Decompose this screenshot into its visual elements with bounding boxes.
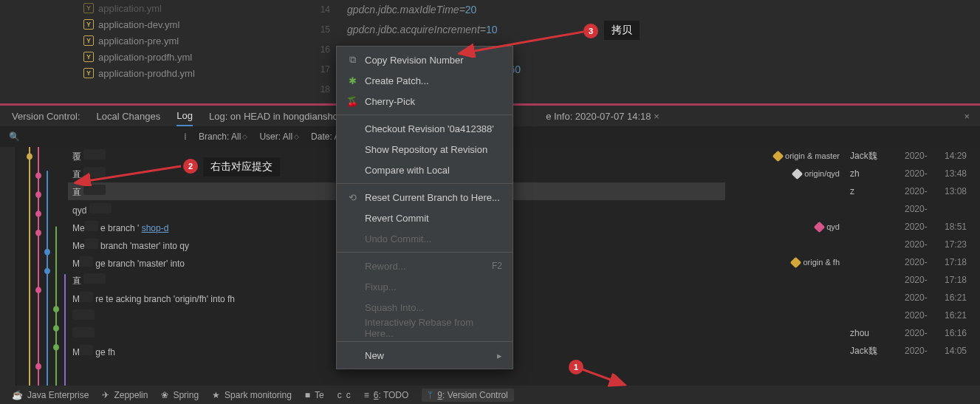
commit-meta-row: origin & fh2020-17:18 [725,253,980,271]
menu-item-label: Undo Commit... [365,233,431,244]
menu-item-revert-commit[interactable]: Revert Commit [337,208,513,228]
commit-date: 2020- [905,204,934,214]
commit-meta-row: 2020-17:18 [725,271,980,289]
status-label: 9: Version Control [437,390,507,400]
menu-item-label: Create Patch... [365,75,429,86]
commit-time: 13:08 [945,186,973,196]
tab-local-changes[interactable]: Local Changes [97,106,161,126]
commit-meta-row: 2020-16:21 [725,307,980,324]
menu-item-label: Copy Revision Number [365,55,464,66]
commit-message: 直 [72,185,106,199]
menu-item-checkout-revision-0a412388[interactable]: Checkout Revision '0a412388' [337,118,513,139]
menu-item-new[interactable]: New▸ [337,345,513,366]
menu-item-compare-with-local[interactable]: Compare with Local [337,160,513,180]
status-icon: ✈ [102,390,109,400]
commit-context-menu[interactable]: ⧉Copy Revision Number✱Create Patch...🍒Ch… [336,46,513,369]
menu-item-cherry-pick[interactable]: 🍒Cherry-Pick [337,91,513,112]
commit-author: Jack魏 [850,345,894,357]
branch-tag[interactable]: origin & fh [792,258,840,267]
file-tree-item[interactable]: Yapplication.yml [78,0,225,16]
status-bar: ☕Java Enterprise✈Zeppelin❀Spring★Spark m… [0,386,980,404]
side-tool-buttons[interactable] [0,147,16,386]
commit-date: 2020- [905,257,934,267]
file-name: application-prodhd.yml [98,68,195,79]
shortcut-hint: F2 [492,261,502,271]
file-name: application.yml [98,3,162,14]
submenu-arrow-icon: ▸ [497,350,502,361]
menu-item-label: Checkout Revision '0a412388' [365,123,494,134]
status-item-te[interactable]: ■Te [305,390,324,400]
file-tree-item[interactable]: Yapplication-prodhd.yml [78,65,225,81]
commit-link[interactable]: shop-d [142,223,169,233]
tab-info[interactable]: e Info: 2020-07-07 14:18 × [546,111,659,122]
svg-point-2 [35,191,41,198]
line-number: 16 [306,40,336,60]
commit-time: 16:16 [945,328,973,338]
yaml-file-icon: Y [83,35,94,46]
patch-icon: ✱ [347,75,357,86]
status-item-spring[interactable]: ❀Spring [161,390,199,400]
commit-date: 2020- [905,222,934,232]
tab-log[interactable]: Log [177,106,193,126]
search-icon[interactable]: 🔍 [9,131,20,142]
filter-options-icon[interactable]: ⁞ [184,131,187,142]
branch-filter[interactable]: Branch: All◇ [199,131,247,142]
menu-item-show-repository-at-revision[interactable]: Show Repository at Revision [337,139,513,160]
menu-item-create-patch[interactable]: ✱Create Patch... [337,70,513,91]
status-icon: ■ [305,390,310,400]
tag-icon [792,168,803,179]
svg-point-9 [53,325,59,332]
commit-message: M ge fh [72,345,115,357]
commit-time: 17:23 [945,239,973,250]
menu-item-fixup: Fixup... [337,276,513,297]
file-tree-item[interactable]: Yapplication-prodfh.yml [78,49,225,65]
commit-date: 2020- [905,310,934,321]
status-label: Te [315,390,324,400]
file-name: application-prodfh.yml [98,52,192,63]
branch-tag[interactable]: origin & master [774,151,840,160]
file-tree-item[interactable]: Yapplication-pre.yml [78,32,225,49]
commit-date: 2020- [905,239,934,250]
menu-item-reset-current-branch-to-here[interactable]: ⟲Reset Current Branch to Here... [337,187,513,208]
status-item-spark-monitoring[interactable]: ★Spark monitoring [212,390,292,400]
file-name: application-dev.yml [98,19,179,30]
commit-date: 2020- [905,346,934,356]
tag-icon [814,221,826,233]
line-number: 15 [306,20,336,40]
svg-point-1 [35,172,41,179]
annotation-badge-1: 1 [569,360,583,374]
svg-point-0 [27,154,32,160]
commit-message: M re te acking branch 'origin/fh' into f… [72,292,235,304]
branch-tag[interactable]: qyd [815,222,840,231]
file-tree-item[interactable]: Yapplication-dev.yml [78,16,225,32]
menu-item-undo-commit: Undo Commit... [337,228,513,249]
toolwindow-close-icon[interactable]: × [964,111,970,122]
status-icon: ≡ [364,390,369,400]
branch-tag[interactable]: origin/qyd [793,169,840,178]
status-label: 6: TODO [374,390,409,400]
status-item-zeppelin[interactable]: ✈Zeppelin [102,390,148,400]
status-item-java-enterprise[interactable]: ☕Java Enterprise [12,390,89,400]
commit-date: 2020- [905,168,934,179]
commit-author: zhou [850,328,894,338]
tab-log-head[interactable]: Log: on HEAD in hongdianshc [209,106,337,126]
commit-message: M ge branch 'master' into [72,256,185,269]
status-item-6-todo[interactable]: ≡6: TODO [364,390,409,400]
svg-point-6 [44,268,50,275]
status-label: Zeppelin [114,390,148,400]
code-line[interactable]: gpdcn.jdbc.maxIdleTime=20 [347,0,521,20]
annotation-badge-3: 3 [583,24,598,38]
commit-message: Me e branch ' shop-d [72,221,168,233]
reset-icon: ⟲ [347,192,357,203]
status-item-c[interactable]: cc [337,390,351,400]
svg-point-11 [35,363,41,370]
user-filter[interactable]: User: All◇ [259,131,299,142]
status-label: Spark monitoring [225,390,292,400]
commit-date: 2020- [905,275,934,285]
commit-author: Jack魏 [850,150,894,162]
commit-meta-row: 2020- [725,200,980,218]
commit-date: 2020- [905,328,934,338]
svg-point-3 [35,210,41,217]
status-item-9-version-control[interactable]: ᛘ9: Version Control [422,388,513,402]
svg-point-7 [35,287,41,293]
